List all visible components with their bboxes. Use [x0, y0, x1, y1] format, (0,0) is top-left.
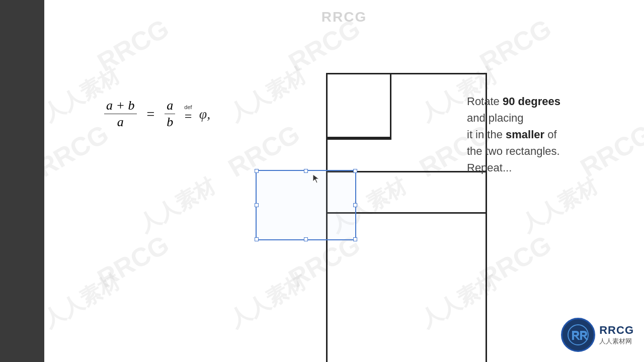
- handle-mid-left[interactable]: [255, 203, 259, 207]
- rrcg-logo-text: RRCG: [599, 324, 634, 337]
- handle-bot-left[interactable]: [255, 237, 259, 241]
- desc-line-5: Repeat...: [467, 159, 608, 176]
- handle-bot-right[interactable]: [353, 237, 357, 241]
- desc-line-3: it in the smaller of: [467, 126, 608, 143]
- handle-top-right[interactable]: [353, 169, 357, 173]
- rrcg-text-block: RRCG 人人素材网: [599, 324, 634, 346]
- rrcg-logo-circle: [561, 318, 595, 352]
- handle-bot-mid[interactable]: [304, 237, 308, 241]
- fraction-2-denominator: b: [165, 114, 175, 130]
- fraction-1: a + b a: [104, 98, 137, 130]
- blue-selection-rect[interactable]: [256, 170, 356, 240]
- watermark-rrcg-1: RRCG: [92, 13, 174, 78]
- watermark-cn-6: 人人素材: [516, 172, 603, 238]
- handle-top-left[interactable]: [255, 169, 259, 173]
- fraction-2-numerator: a: [165, 98, 175, 114]
- desc-line-1: Rotate 90 degrees: [467, 93, 608, 110]
- fraction-1-numerator: a + b: [104, 98, 137, 114]
- desc-rotate-normal: Rotate: [467, 95, 503, 108]
- def-equals: def =: [184, 105, 192, 123]
- dividing-line-h: [326, 138, 391, 140]
- fraction-2: a b: [165, 98, 175, 130]
- desc-it-normal: it in the: [467, 128, 506, 141]
- rrcg-logo: RRCG 人人素材网: [561, 318, 634, 352]
- desc-line-2: and placing: [467, 110, 608, 126]
- phi-symbol: φ,: [199, 106, 211, 122]
- description-text: Rotate 90 degrees and placing it in the …: [467, 93, 608, 176]
- watermark-rrcg-3: RRCG: [474, 13, 556, 78]
- watermark-cn-2: 人人素材: [224, 61, 311, 128]
- content-area: RRCG RRCG RRCG RRCG RRCG RRCG RRCG RRCG …: [44, 0, 644, 362]
- rrcg-logo-subtext: 人人素材网: [599, 337, 632, 346]
- formula-line: a + b a = a b def = φ,: [97, 98, 210, 130]
- desc-line-4: the two rectangles.: [467, 143, 608, 159]
- watermark-cn-4: 人人素材: [133, 172, 220, 238]
- watermark-rrcg-8: RRCG: [92, 229, 174, 294]
- rrcg-logo-icon: [567, 324, 589, 346]
- desc-smaller-bold: smaller: [506, 128, 544, 141]
- equals-sign: =: [147, 106, 155, 122]
- handle-mid-right[interactable]: [353, 203, 357, 207]
- fraction-1-denominator: a: [115, 114, 126, 130]
- desc-90-bold: 90 degrees: [503, 95, 560, 108]
- equals-double: =: [185, 110, 192, 123]
- rrcg-top-title: RRCG: [321, 9, 367, 25]
- formula-area: a + b a = a b def = φ,: [97, 98, 210, 130]
- left-sidebar: [0, 0, 44, 362]
- handle-top-mid[interactable]: [304, 169, 308, 173]
- desc-of: of: [544, 128, 556, 141]
- watermark-cn-7: 人人素材: [44, 267, 125, 334]
- watermark-cn-8: 人人素材: [224, 267, 311, 334]
